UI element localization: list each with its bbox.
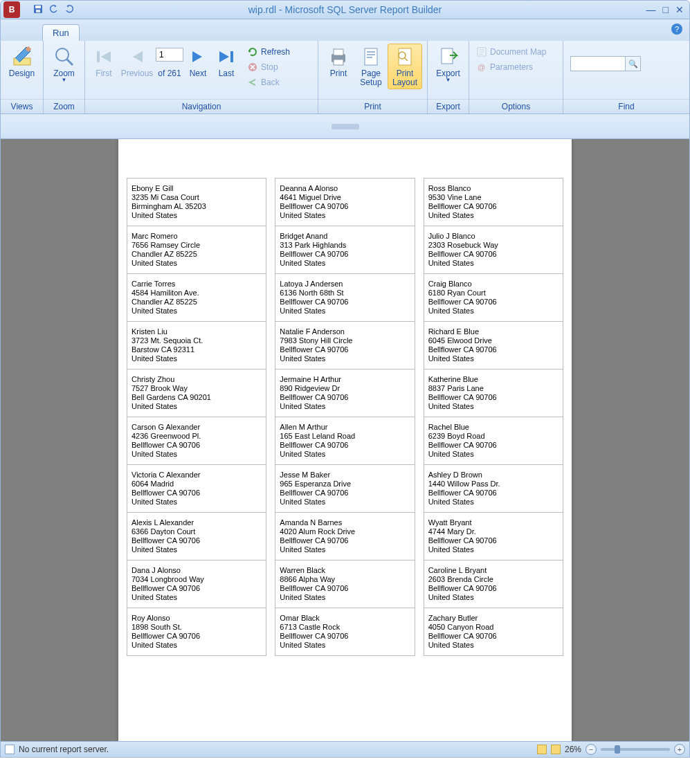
- group-label-print: Print: [318, 99, 427, 113]
- address-label: Latoya J Andersen6136 North 68th StBellf…: [275, 274, 415, 322]
- group-options: Document Map @Parameters Options: [469, 41, 563, 113]
- address-label: Bridget Anand313 Park HighlandsBellflowe…: [275, 226, 415, 274]
- export-icon: [437, 46, 460, 68]
- back-icon: [247, 77, 258, 88]
- ribbon: Design Views Zoom ▼ Zoom First Previous: [0, 40, 690, 114]
- dropdown-icon: ▼: [446, 77, 451, 83]
- last-icon: [215, 46, 237, 68]
- zoom-slider[interactable]: [601, 748, 670, 751]
- group-views: Design Views: [1, 41, 44, 113]
- svg-line-6: [66, 59, 73, 65]
- address-label: Roy Alonso1898 South St.Bellflower CA 90…: [127, 608, 266, 656]
- first-button[interactable]: First: [89, 44, 118, 80]
- document-map-icon: [476, 46, 487, 57]
- previous-button[interactable]: Previous: [118, 44, 156, 80]
- svg-rect-18: [367, 57, 372, 58]
- grip-icon: [332, 124, 359, 129]
- dropdown-icon: ▼: [62, 77, 67, 83]
- help-icon[interactable]: ?: [671, 24, 682, 35]
- zoom-in-button[interactable]: +: [674, 744, 685, 755]
- parameters-icon: @: [476, 62, 487, 73]
- svg-text:@: @: [478, 63, 485, 71]
- address-label: Carrie Torres4584 Hamiliton Ave.Chandler…: [127, 274, 266, 322]
- status-icon-1[interactable]: [537, 745, 547, 754]
- report-column: Deanna A Alonso4641 Miguel DriveBellflow…: [275, 178, 415, 656]
- address-label: Jermaine H Arthur890 Ridgeview DrBellflo…: [275, 370, 415, 417]
- svg-rect-14: [334, 60, 343, 65]
- undo-icon[interactable]: [49, 4, 59, 16]
- address-label: Ebony E Gill3235 Mi Casa CourtBirmingham…: [127, 178, 266, 226]
- redo-icon[interactable]: [64, 4, 74, 16]
- export-button[interactable]: Export ▼: [432, 44, 464, 85]
- ribbon-collapse-bar[interactable]: [0, 114, 690, 139]
- zoom-button[interactable]: Zoom ▼: [48, 44, 80, 85]
- document-map-button[interactable]: Document Map: [473, 45, 549, 59]
- print-layout-button[interactable]: Print Layout: [388, 44, 422, 89]
- find-box: 🔍: [570, 56, 641, 71]
- maximize-button[interactable]: □: [663, 4, 669, 15]
- tab-run[interactable]: Run: [42, 24, 80, 41]
- stop-button[interactable]: Stop: [244, 60, 293, 74]
- address-label: Wyatt Bryant4744 Mary Dr.Bellflower CA 9…: [424, 513, 563, 560]
- address-label: Omar Black6713 Castle RockBellflower CA …: [275, 608, 415, 656]
- address-label: Zachary Butler4050 Canyon RoadBellflower…: [424, 608, 563, 656]
- page-input[interactable]: [156, 48, 183, 62]
- address-label: Jesse M Baker965 Esperanza DriveBellflow…: [275, 465, 415, 513]
- last-button[interactable]: Last: [212, 44, 240, 80]
- back-button[interactable]: Back: [244, 75, 293, 89]
- report-viewport[interactable]: Ebony E Gill3235 Mi Casa CourtBirmingham…: [0, 139, 690, 741]
- address-label: Warren Black8866 Alpha WayBellflower CA …: [275, 560, 415, 608]
- save-icon[interactable]: [33, 3, 44, 17]
- address-label: Kristen Liu3723 Mt. Sequoia Ct.Barstow C…: [127, 322, 266, 370]
- parameters-button[interactable]: @Parameters: [473, 60, 549, 74]
- design-button[interactable]: Design: [5, 44, 39, 80]
- svg-rect-1: [35, 6, 41, 8]
- group-label-navigation: Navigation: [85, 99, 318, 113]
- address-label: Ashley D Brown1440 Willow Pass Dr.Bellfl…: [424, 465, 563, 513]
- window-title: wip.rdl - Microsoft SQL Server Report Bu…: [248, 4, 442, 15]
- status-bar: No current report server. 26% − +: [0, 741, 690, 758]
- address-label: Richard E Blue6045 Elwood DriveBellflowe…: [424, 322, 563, 370]
- page-setup-button[interactable]: Page Setup: [354, 44, 388, 89]
- svg-rect-13: [334, 49, 343, 55]
- report-column: Ross Blanco9530 Vine LaneBellflower CA 9…: [424, 178, 563, 656]
- app-icon: B: [3, 1, 20, 18]
- address-label: Caroline L Bryant2603 Brenda CircleBellf…: [424, 560, 563, 608]
- close-button[interactable]: ✕: [675, 4, 684, 15]
- group-label-options: Options: [469, 99, 563, 113]
- svg-rect-2: [36, 10, 40, 12]
- address-label: Carson G Alexander4236 Greenwood Pl.Bell…: [127, 417, 266, 465]
- group-find: 🔍 Find: [563, 41, 689, 113]
- minimize-button[interactable]: —: [646, 4, 656, 15]
- status-text: No current report server.: [19, 745, 109, 754]
- address-label: Dana J Alonso7034 Longbrood WayBellflowe…: [127, 560, 266, 608]
- print-button[interactable]: Print: [323, 44, 354, 80]
- quick-access-toolbar: [33, 3, 74, 17]
- address-label: Katherine Blue8837 Paris LaneBellflower …: [424, 370, 563, 417]
- address-label: Rachel Blue6239 Boyd RoadBellflower CA 9…: [424, 417, 563, 465]
- address-label: Alexis L Alexander6366 Dayton CourtBellf…: [127, 513, 266, 560]
- ribbon-tabstrip: Run ?: [0, 19, 690, 40]
- zoom-out-button[interactable]: −: [585, 744, 597, 755]
- zoom-icon: [53, 46, 75, 68]
- address-label: Christy Zhou7527 Brook WayBell Gardens C…: [127, 370, 266, 417]
- address-label: Victoria C Alexander6064 MadridBellflowe…: [127, 465, 266, 513]
- next-icon: [187, 46, 209, 68]
- svg-rect-16: [367, 51, 375, 53]
- refresh-button[interactable]: Refresh: [244, 45, 293, 59]
- address-label: Allen M Arthur165 East Leland RoadBellfl…: [275, 417, 415, 465]
- find-button[interactable]: 🔍: [626, 56, 641, 71]
- group-navigation: First Previous of 261 Next Last Refresh …: [85, 41, 318, 113]
- next-button[interactable]: Next: [183, 44, 212, 80]
- group-label-find: Find: [563, 99, 689, 113]
- first-icon: [93, 46, 115, 68]
- design-icon: [11, 46, 33, 68]
- title-bar: B wip.rdl - Microsoft SQL Server Report …: [0, 0, 690, 19]
- find-input[interactable]: [570, 56, 626, 71]
- status-icon-2[interactable]: [551, 745, 561, 754]
- refresh-icon: [247, 46, 258, 57]
- address-label: Craig Blanco6180 Ryan CourtBellflower CA…: [424, 274, 563, 322]
- svg-rect-7: [97, 51, 100, 62]
- page-setup-icon: [360, 46, 382, 68]
- options-stack: Document Map @Parameters: [473, 44, 549, 74]
